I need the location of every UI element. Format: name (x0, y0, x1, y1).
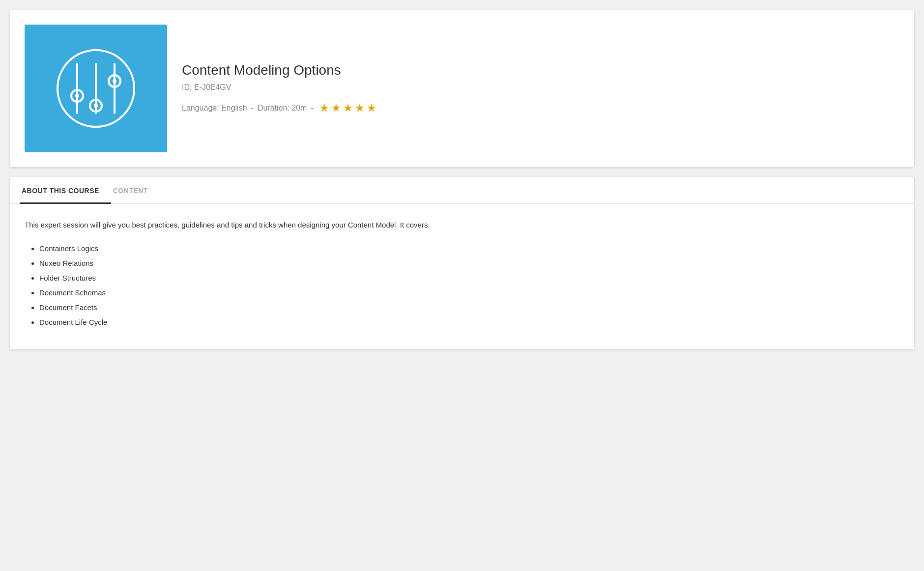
svg-point-3 (75, 94, 79, 98)
list-item: Document Facets (39, 300, 899, 315)
meta-separator-2: - (311, 104, 313, 113)
list-item: Folder Structures (39, 271, 899, 286)
course-header-card: Content Modeling Options ID: E-J0E4GV La… (10, 10, 914, 167)
course-language: Language: English (182, 104, 247, 113)
svg-point-6 (94, 104, 98, 108)
tabs-header: ABOUT THIS COURSE CONTENT (10, 177, 914, 204)
tab-about-this-course[interactable]: ABOUT THIS COURSE (20, 177, 111, 204)
star-3: ★ (343, 102, 353, 114)
star-2: ★ (331, 102, 341, 114)
tab-content[interactable]: CONTENT (111, 177, 160, 204)
course-thumbnail-icon (52, 44, 140, 133)
tabs-card: ABOUT THIS COURSE CONTENT This expert se… (10, 177, 914, 349)
course-meta: Language: English - Duration: 20m - ★ ★ … (182, 102, 899, 114)
list-item: Document Life Cycle (39, 315, 899, 330)
course-title: Content Modeling Options (182, 62, 899, 78)
list-item: Nuxeo Relations (39, 256, 899, 271)
course-info: Content Modeling Options ID: E-J0E4GV La… (182, 57, 899, 119)
star-1: ★ (319, 102, 329, 114)
course-description: This expert session will give you best p… (25, 219, 899, 231)
course-thumbnail (25, 25, 167, 152)
course-duration: Duration: 20m (258, 104, 307, 113)
list-item: Containers Logics (39, 241, 899, 256)
svg-point-9 (113, 79, 116, 83)
course-stars: ★ ★ ★ ★ ★ (319, 102, 376, 114)
star-5: ★ (367, 102, 376, 114)
meta-separator-1: - (251, 104, 254, 113)
course-id: ID: E-J0E4GV (182, 83, 899, 92)
course-topics-list: Containers Logics Nuxeo Relations Folder… (25, 241, 899, 330)
star-4: ★ (355, 102, 365, 114)
list-item: Document Schemas (39, 286, 899, 300)
tab-about-content: This expert session will give you best p… (10, 204, 914, 349)
